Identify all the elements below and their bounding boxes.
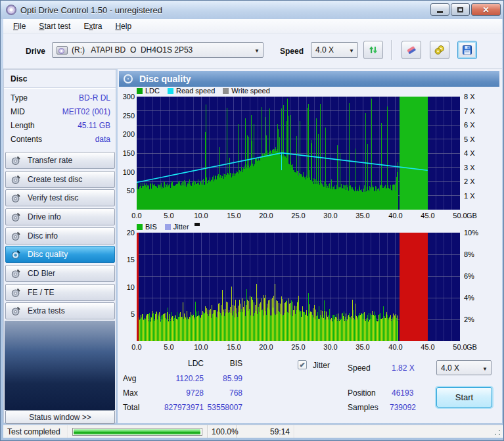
x-tick: 25.0 <box>288 212 308 220</box>
disc-info-value: data <box>95 135 110 144</box>
sidebar-item-extra-tests[interactable]: Extra tests <box>5 302 115 319</box>
x-tick: 45.0 <box>418 212 438 220</box>
erase-disc-button[interactable] <box>401 41 421 59</box>
test-speed-value: 4.0 X <box>441 363 459 373</box>
app-icon <box>6 5 16 15</box>
x-tick: 5.0 <box>159 343 179 351</box>
y-right-tick: 4 X <box>464 149 485 157</box>
menu-item-start-test[interactable]: Start test <box>33 20 76 33</box>
legend-swatch <box>168 88 173 94</box>
sidebar-item-transfer-rate[interactable]: Transfer rate <box>5 152 115 169</box>
stats-row-label: Total <box>123 403 139 412</box>
speed-select[interactable]: 4.0 X ▼ <box>311 42 358 58</box>
speed-select-value: 4.0 X <box>315 45 334 55</box>
close-icon: ✕ <box>482 5 489 14</box>
x-tick: 0.0 <box>127 212 147 220</box>
x-tick: 0.0 <box>127 343 147 351</box>
resize-grip[interactable] <box>494 429 501 436</box>
disc-icon <box>124 74 133 83</box>
disc-info-row-type: TypeBD-R DL <box>11 93 110 103</box>
legend-swatch <box>165 224 171 230</box>
progress-percent: 100.0% <box>212 427 239 436</box>
disc-pen-icon <box>11 193 21 203</box>
sidebar-item-disc-info[interactable]: Disc info <box>5 227 115 244</box>
sidebar-item-cd-bler[interactable]: CD Bler <box>5 265 115 282</box>
legend-marker <box>195 223 200 226</box>
disc-pen-icon <box>11 231 21 241</box>
y-left-tick: 300 <box>118 93 135 101</box>
samples-label: Samples <box>348 403 378 412</box>
progress-panel <box>68 425 208 438</box>
sidebar-item-drive-info[interactable]: Drive info <box>5 208 115 225</box>
save-button[interactable] <box>457 41 477 59</box>
minimize-button[interactable] <box>430 3 449 16</box>
x-tick: 10.0 <box>191 212 211 220</box>
x-tick: 45.0 <box>418 343 438 351</box>
drive-icon <box>57 46 68 55</box>
max-ldc-value: 9728 <box>145 388 204 398</box>
y-right-tick: 6% <box>464 272 485 280</box>
x-tick: 35.0 <box>353 212 373 220</box>
maximize-button[interactable] <box>451 3 470 16</box>
y-right-tick: 5 X <box>464 135 485 143</box>
disc-panel-title: Disc <box>11 74 27 83</box>
content-title: Disc quality <box>139 74 191 84</box>
sidebar-item-create-test-disc[interactable]: Create test disc <box>5 171 115 188</box>
stats-row-label: Max <box>123 388 138 398</box>
sidebar-item-fe-te[interactable]: FE / TE <box>5 284 115 301</box>
chevron-down-icon: ▼ <box>349 48 354 54</box>
title-bar[interactable]: Opti Drive Control 1.50 - unregistered ✕ <box>1 1 504 19</box>
sidebar-item-label: Drive info <box>28 212 61 221</box>
menu-item-help[interactable]: Help <box>109 20 137 33</box>
total-ldc-value: 827973971 <box>145 403 204 412</box>
sidebar-item-label: FE / TE <box>28 288 54 297</box>
legend-item: BIS <box>137 223 157 231</box>
status-window-button[interactable]: Status window >> <box>5 410 115 424</box>
menu-item-file[interactable]: File <box>7 20 32 33</box>
test-speed-select[interactable]: 4.0 X ▼ <box>436 360 492 375</box>
progress-fill <box>74 429 200 434</box>
y-right-tick: 3 X <box>464 164 485 172</box>
avg-ldc-value: 1120.25 <box>145 374 204 383</box>
time-panel: 59:14 <box>237 425 294 438</box>
disc-pen-icon <box>11 288 21 298</box>
legend-item: Read speed <box>168 87 215 95</box>
stats-row-label: Avg <box>123 374 136 383</box>
y-left-tick: 20 <box>118 229 135 237</box>
y-left-tick: 10 <box>118 283 135 291</box>
disc-info-label: Contents <box>11 135 42 144</box>
sidebar-item-label: Transfer rate <box>28 156 72 165</box>
write-settings-button[interactable] <box>430 41 449 59</box>
legend-item: Write speed <box>223 87 270 95</box>
x-tick: 20.0 <box>256 212 276 220</box>
drive-select[interactable]: (R:) ATAPI BD O DH4O1S 2P53 ▼ <box>52 42 263 58</box>
x-tick: 20.0 <box>256 343 276 351</box>
y-right-tick: 8 X <box>464 93 485 101</box>
sidebar-item-verify-test-disc[interactable]: Verify test disc <box>5 189 115 206</box>
maximize-icon <box>457 7 463 12</box>
sidebar-item-label: Verify test disc <box>28 193 78 202</box>
menu-item-extra[interactable]: Extra <box>78 20 108 33</box>
close-button[interactable]: ✕ <box>471 3 501 16</box>
speed-label: Speed <box>280 47 304 56</box>
chevron-down-icon: ▼ <box>254 48 260 54</box>
disc-info-row-mid: MIDMEIT02 (001) <box>11 107 110 116</box>
x-tick: 35.0 <box>353 343 373 351</box>
disc-info-label: Type <box>11 93 28 103</box>
disc-info-value: 45.11 GB <box>78 121 110 130</box>
progress-bar <box>72 428 202 436</box>
statusbar-spacer <box>294 425 502 438</box>
start-button[interactable]: Start <box>436 387 492 407</box>
drive-select-value: (R:) ATAPI BD O DH4O1S 2P53 <box>72 45 193 55</box>
content-panel: Disc quality LDC BIS Avg 1120.25 85.99 M… <box>118 69 502 423</box>
legend-item: LDC <box>137 87 160 95</box>
y-right-tick: 10% <box>464 229 485 237</box>
error-bar <box>137 233 139 341</box>
jitter-checkbox[interactable]: ✔ <box>298 360 307 369</box>
sidebar-item-disc-quality[interactable]: Disc quality <box>5 246 115 263</box>
x-axis-unit: GB <box>467 343 482 351</box>
divider <box>4 87 116 88</box>
refresh-button[interactable] <box>363 41 383 59</box>
y-left-tick: 50 <box>118 187 135 195</box>
sidebar-item-label: Extra tests <box>28 306 65 315</box>
